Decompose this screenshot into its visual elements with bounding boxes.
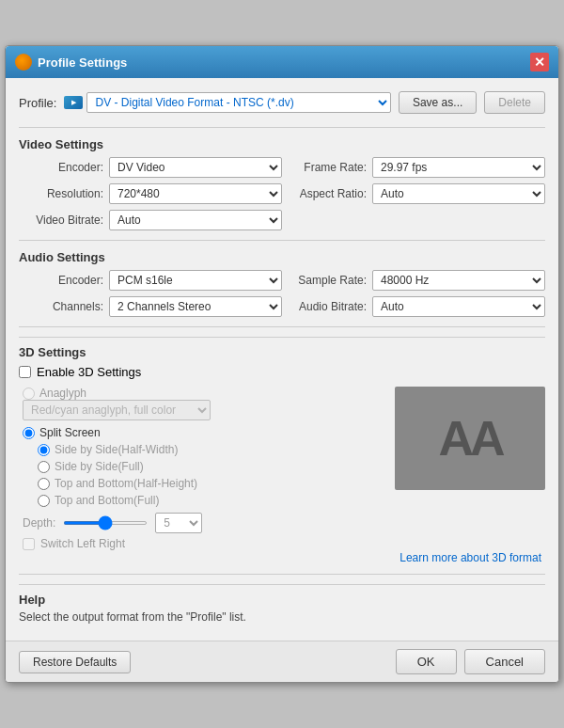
- audio-bitrate-row: Audio Bitrate: Auto: [291, 296, 545, 317]
- preview-aa-text: AA: [438, 410, 501, 467]
- sample-rate-select[interactable]: 48000 Hz: [372, 270, 545, 291]
- aspect-ratio-row: Aspect Ratio: Auto: [291, 183, 545, 204]
- three-d-left: Anaglyph Red/cyan anaglyph, full color S…: [19, 387, 385, 550]
- anaglyph-type-select[interactable]: Red/cyan anaglyph, full color: [23, 400, 211, 420]
- divider-2: [19, 240, 545, 241]
- audio-settings-section: Audio Settings Encoder: PCM s16le Sample…: [19, 250, 545, 317]
- close-button[interactable]: ✕: [530, 53, 549, 71]
- top-full-radio[interactable]: [38, 495, 50, 507]
- profile-row: Profile: DV - Digital Video Format - NTS…: [19, 87, 545, 118]
- anaglyph-radio-item: Anaglyph: [23, 387, 385, 400]
- profile-label: Profile:: [19, 96, 56, 110]
- video-settings-grid: Encoder: DV Video Frame Rate: 29.97 fps …: [19, 157, 545, 230]
- frame-rate-select[interactable]: 29.97 fps: [372, 157, 545, 178]
- sample-rate-label: Sample Rate:: [291, 274, 367, 287]
- split-screen-radio[interactable]: [23, 427, 35, 439]
- resolution-row: Resolution: 720*480: [28, 183, 282, 204]
- channels-label: Channels:: [28, 300, 103, 313]
- audio-encoder-label: Encoder:: [28, 274, 103, 287]
- profile-select[interactable]: DV - Digital Video Format - NTSC (*.dv): [86, 92, 390, 113]
- learn-more-link[interactable]: Learn more about 3D format: [400, 551, 541, 564]
- three-d-title: 3D Settings: [19, 345, 545, 359]
- audio-bitrate-select[interactable]: Auto: [372, 296, 545, 317]
- divider-1: [19, 127, 545, 128]
- depth-label: Depth:: [23, 516, 55, 530]
- channels-row: Channels: 2 Channels Stereo: [28, 296, 282, 317]
- titlebar-left: Profile Settings: [15, 54, 127, 71]
- audio-bitrate-label: Audio Bitrate:: [291, 300, 367, 313]
- split-screen-label: Split Screen: [39, 426, 101, 439]
- divider-4: [19, 574, 545, 575]
- main-window: Profile Settings ✕ Profile: DV - Digital…: [5, 45, 559, 683]
- anaglyph-select-row: Red/cyan anaglyph, full color: [19, 400, 385, 420]
- encoder-row: Encoder: DV Video: [28, 157, 282, 178]
- learn-more-row: Learn more about 3D format: [19, 550, 545, 564]
- switch-left-right-checkbox[interactable]: [23, 538, 35, 550]
- three-d-section: 3D Settings Enable 3D Settings Anaglyph: [19, 337, 545, 564]
- side-half-radio-item: Side by Side(Half-Width): [23, 443, 385, 456]
- top-full-radio-item: Top and Bottom(Full): [23, 494, 385, 507]
- split-screen-group: Split Screen Side by Side(Half-Width) Si…: [19, 426, 385, 507]
- delete-button[interactable]: Delete: [484, 91, 545, 114]
- anaglyph-group: Anaglyph: [19, 387, 385, 400]
- restore-defaults-button[interactable]: Restore Defaults: [19, 651, 131, 673]
- sample-rate-row: Sample Rate: 48000 Hz: [291, 270, 545, 291]
- side-full-radio-item: Side by Side(Full): [23, 460, 385, 473]
- side-full-label: Side by Side(Full): [55, 460, 144, 473]
- footer-right: OK Cancel: [396, 649, 545, 674]
- switch-row: Switch Left Right: [19, 537, 385, 550]
- preview-box: AA: [395, 387, 545, 490]
- enable-3d-checkbox[interactable]: [19, 366, 31, 378]
- three-d-body: Anaglyph Red/cyan anaglyph, full color S…: [19, 387, 545, 550]
- depth-row: Depth: 5: [19, 513, 385, 533]
- anaglyph-label: Anaglyph: [39, 387, 86, 400]
- three-d-enable-row: Enable 3D Settings: [19, 365, 545, 379]
- audio-encoder-row: Encoder: PCM s16le: [28, 270, 282, 291]
- top-half-radio[interactable]: [38, 478, 50, 490]
- depth-slider[interactable]: [63, 521, 148, 525]
- video-settings-section: Video Settings Encoder: DV Video Frame R…: [19, 137, 545, 230]
- frame-rate-row: Frame Rate: 29.97 fps: [291, 157, 545, 178]
- help-title: Help: [19, 593, 545, 607]
- encoder-select[interactable]: DV Video: [109, 157, 282, 178]
- video-bitrate-label: Video Bitrate:: [28, 214, 103, 227]
- content-area: Profile: DV - Digital Video Format - NTS…: [6, 78, 558, 641]
- save-as-button[interactable]: Save as...: [399, 91, 477, 114]
- profile-select-wrap: DV - Digital Video Format - NTSC (*.dv): [64, 92, 390, 113]
- side-full-radio[interactable]: [38, 461, 50, 473]
- depth-value-select[interactable]: 5: [155, 513, 202, 533]
- help-text: Select the output format from the "Profi…: [19, 610, 545, 624]
- ok-button[interactable]: OK: [396, 649, 457, 674]
- audio-encoder-select[interactable]: PCM s16le: [109, 270, 282, 291]
- aspect-ratio-label: Aspect Ratio:: [291, 187, 367, 200]
- split-screen-radio-item: Split Screen: [23, 426, 385, 439]
- profile-icon: [64, 96, 83, 109]
- help-section: Help Select the output format from the "…: [19, 584, 545, 624]
- side-half-label: Side by Side(Half-Width): [55, 443, 178, 456]
- switch-left-right-label: Switch Left Right: [40, 537, 125, 550]
- side-half-radio[interactable]: [38, 444, 50, 456]
- video-settings-title: Video Settings: [19, 137, 545, 151]
- top-half-radio-item: Top and Bottom(Half-Height): [23, 477, 385, 490]
- top-half-label: Top and Bottom(Half-Height): [55, 477, 197, 490]
- window-title: Profile Settings: [38, 55, 127, 70]
- titlebar: Profile Settings ✕: [6, 46, 558, 78]
- resolution-label: Resolution:: [28, 187, 103, 200]
- channels-select[interactable]: 2 Channels Stereo: [109, 296, 282, 317]
- anaglyph-radio[interactable]: [23, 388, 35, 400]
- footer: Restore Defaults OK Cancel: [6, 641, 558, 682]
- enable-3d-label: Enable 3D Settings: [37, 365, 141, 379]
- video-bitrate-select[interactable]: Auto: [109, 210, 282, 230]
- audio-settings-title: Audio Settings: [19, 250, 545, 264]
- top-full-label: Top and Bottom(Full): [55, 494, 159, 507]
- cancel-button[interactable]: Cancel: [464, 649, 545, 674]
- video-bitrate-row: Video Bitrate: Auto: [28, 210, 282, 230]
- audio-settings-grid: Encoder: PCM s16le Sample Rate: 48000 Hz…: [19, 270, 545, 317]
- frame-rate-label: Frame Rate:: [291, 161, 367, 174]
- resolution-select[interactable]: 720*480: [109, 183, 282, 204]
- app-icon: [15, 54, 32, 71]
- aspect-ratio-select[interactable]: Auto: [372, 183, 545, 204]
- encoder-label: Encoder:: [28, 161, 103, 174]
- divider-3: [19, 326, 545, 327]
